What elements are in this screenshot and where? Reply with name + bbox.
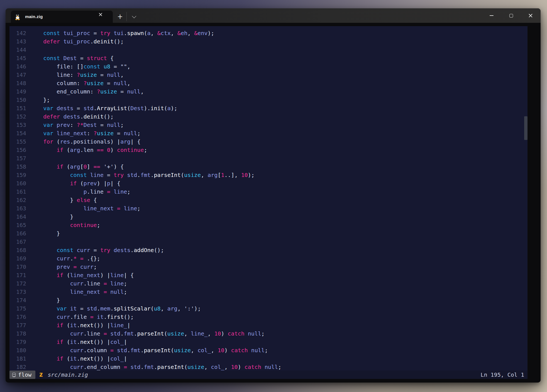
code-line[interactable]: 148 column: ?usize = null, [9, 79, 528, 87]
cursor-position: Ln 195, Col 1 [480, 371, 524, 378]
code-line[interactable]: 143 defer tui_proc.deinit(); [9, 37, 528, 46]
code-text: if (arg.len == 0) continue; [30, 146, 147, 154]
desktop-wallpaper: { "colors": { "editor_bg": "#161831", "t… [0, 0, 547, 392]
line-number: 147 [9, 71, 26, 79]
code-line[interactable]: 149 end_column: ?usize = null, [9, 87, 528, 96]
plus-icon: + [117, 13, 123, 21]
line-number: 158 [9, 162, 26, 171]
code-line[interactable]: 146 file: []const u8 = "", [9, 62, 528, 71]
code-line[interactable]: 162 } else { [9, 196, 528, 204]
code-line[interactable]: 151 var dests = std.ArrayList(Dest).init… [9, 104, 528, 112]
tux-penguin-icon [15, 14, 20, 20]
minimize-button[interactable] [484, 8, 499, 23]
code-area[interactable]: 142 const tui_proc = try tui.spawn(a, &c… [9, 29, 528, 371]
tab-dropdown-button[interactable] [128, 11, 140, 23]
code-line[interactable]: 182 curr.end_column = std.fmt.parseInt(u… [9, 363, 528, 371]
code-line[interactable]: 167 [9, 238, 528, 246]
code-text: if (prev) |p| { [30, 179, 120, 188]
line-number: 153 [9, 121, 26, 129]
scrollbar-thumb[interactable] [524, 116, 528, 140]
code-line[interactable]: 159 const line = try std.fmt.parseInt(us… [9, 171, 528, 179]
code-text: end_column: ?usize = null, [30, 87, 144, 96]
code-text: if (it.next()) |col_| [30, 338, 127, 346]
code-text: file: []const u8 = "", [30, 62, 130, 71]
code-line[interactable]: 160 if (prev) |p| { [9, 179, 528, 188]
status-bar: flow Ƶ src/main.zig Ln 195, Col 1 [9, 371, 528, 379]
code-text: line_next = null; [30, 288, 127, 296]
code-line[interactable]: 150 }; [9, 96, 528, 104]
code-text: curr.line = line; [30, 279, 127, 288]
tab-main-zig[interactable]: main.zig [11, 11, 113, 23]
line-number: 157 [9, 154, 26, 162]
code-line[interactable]: 144 [9, 46, 528, 54]
line-number: 168 [9, 246, 26, 254]
app-menu-button[interactable]: flow [9, 371, 35, 379]
code-line[interactable]: 155 for (res.positionals) |arg| { [9, 137, 528, 146]
code-line[interactable]: 181 if (it.next()) |col_| [9, 354, 528, 363]
code-line[interactable]: 153 var prev: ?*Dest = null; [9, 121, 528, 129]
code-line[interactable]: 157 [9, 154, 528, 162]
code-text: if (line_next) |line| { [30, 271, 134, 279]
maximize-button[interactable] [503, 8, 519, 23]
line-number: 161 [9, 188, 26, 196]
code-line[interactable]: 176 curr.file = it.first(); [9, 313, 528, 321]
code-line[interactable]: 178 curr.line = std.fmt.parseInt(usize, … [9, 329, 528, 338]
line-number: 150 [9, 96, 26, 104]
code-line[interactable]: 147 line: ?usize = null, [9, 71, 528, 79]
tab-title: main.zig [25, 14, 43, 19]
line-number: 144 [9, 46, 26, 54]
titlebar[interactable]: main.zig + [6, 8, 541, 23]
code-line[interactable]: 154 var line_next: ?usize = null; [9, 129, 528, 137]
line-number: 151 [9, 104, 26, 112]
code-line[interactable]: 165 continue; [9, 221, 528, 229]
code-line[interactable]: 175 var it = std.mem.splitScalar(u8, arg… [9, 304, 528, 313]
document-icon [12, 373, 16, 377]
line-number: 149 [9, 87, 26, 96]
code-text: var dests = std.ArrayList(Dest).init(a); [30, 104, 177, 112]
code-line[interactable]: 180 curr.column = std.fmt.parseInt(usize… [9, 346, 528, 354]
code-line[interactable]: 142 const tui_proc = try tui.spawn(a, &c… [9, 29, 528, 37]
code-text: curr.column = std.fmt.parseInt(usize, co… [30, 346, 268, 354]
code-text: continue; [30, 221, 100, 229]
code-text: column: ?usize = null, [30, 79, 130, 87]
code-text: } [30, 296, 60, 304]
code-line[interactable]: 164 } [9, 213, 528, 221]
code-line[interactable]: 177 if (it.next()) |line_| [9, 321, 528, 329]
code-line[interactable]: 174 } [9, 296, 528, 304]
line-number: 181 [9, 354, 26, 363]
line-number: 174 [9, 296, 26, 304]
code-line[interactable]: 163 line_next = line; [9, 204, 528, 213]
code-line[interactable]: 169 curr.* = .{}; [9, 254, 528, 263]
line-number: 145 [9, 54, 26, 62]
code-text: curr.file = it.first(); [30, 313, 134, 321]
close-button[interactable] [523, 8, 538, 23]
editor-pane[interactable]: 142 const tui_proc = try tui.spawn(a, &c… [9, 26, 528, 379]
chevron-down-icon [132, 14, 136, 18]
line-number: 171 [9, 271, 26, 279]
code-line[interactable]: 168 const curr = try dests.addOne(); [9, 246, 528, 254]
tabbar-divider [126, 12, 127, 21]
code-line[interactable]: 166 } [9, 229, 528, 238]
code-text: defer dests.deinit(); [30, 112, 114, 121]
code-text: defer tui_proc.deinit(); [30, 37, 124, 46]
line-number: 180 [9, 346, 26, 354]
tab-close-icon[interactable] [101, 14, 105, 19]
code-line[interactable]: 156 if (arg.len == 0) continue; [9, 146, 528, 154]
line-number: 176 [9, 313, 26, 321]
code-line[interactable]: 145 const Dest = struct { [9, 54, 528, 62]
code-line[interactable]: 171 if (line_next) |line| { [9, 271, 528, 279]
line-number: 159 [9, 171, 26, 179]
code-text: line_next = line; [30, 204, 140, 213]
code-line[interactable]: 173 line_next = null; [9, 288, 528, 296]
line-number: 143 [9, 37, 26, 46]
code-line[interactable]: 179 if (it.next()) |col_| [9, 338, 528, 346]
code-text: } [30, 213, 74, 221]
line-number: 155 [9, 137, 26, 146]
code-line[interactable]: 161 p.line = line; [9, 188, 528, 196]
code-line[interactable]: 152 defer dests.deinit(); [9, 112, 528, 121]
new-tab-button[interactable]: + [114, 11, 126, 23]
code-line[interactable]: 172 curr.line = line; [9, 279, 528, 288]
code-line[interactable]: 170 prev = curr; [9, 263, 528, 271]
close-icon [528, 13, 533, 18]
code-line[interactable]: 158 if (arg[0] == '+') { [9, 162, 528, 171]
